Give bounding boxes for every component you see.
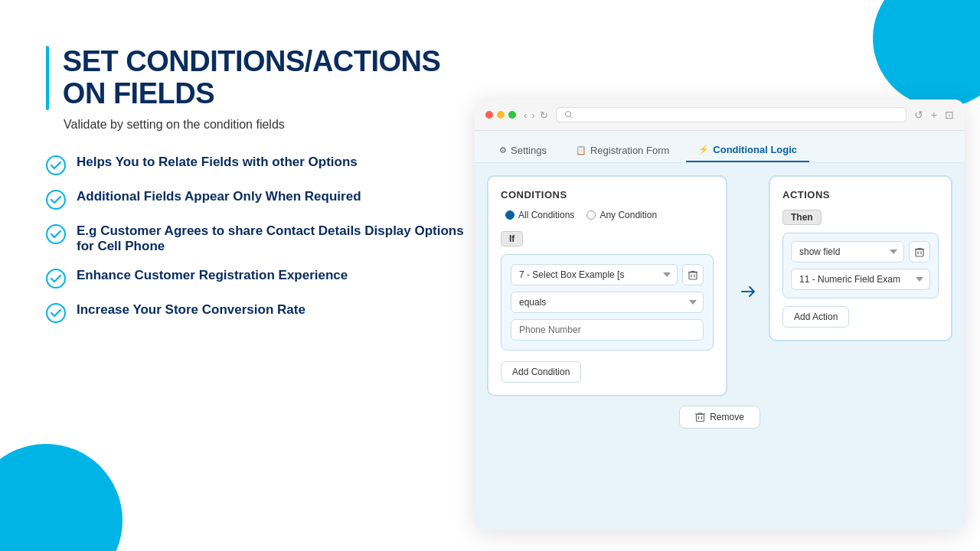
actions-panel: ACTIONS Then show field: [769, 175, 952, 341]
list-item: E.g Customer Agrees to share Contact Det…: [46, 223, 475, 254]
form-icon: 📋: [576, 145, 586, 155]
radio-all-circle: [505, 210, 514, 220]
list-item: Helps You to Relate Fields with other Op…: [46, 155, 475, 175]
logic-icon: ⚡: [698, 145, 709, 155]
left-panel: SET CONDITIONS/ACTIONS ON FIELDS Validat…: [46, 46, 475, 337]
radio-all-label: All Conditions: [518, 210, 574, 220]
radio-all-conditions[interactable]: All Conditions: [505, 210, 574, 220]
check-icon-5: [46, 303, 66, 323]
list-item: Additional Fields Appear Only When Requi…: [46, 189, 475, 210]
actions-header: ACTIONS: [782, 189, 939, 201]
search-icon: [564, 110, 573, 119]
remove-row: Remove: [487, 406, 952, 436]
condition-select-1[interactable]: 7 - Select Box Example [s: [511, 264, 678, 285]
dot-maximize[interactable]: [508, 111, 516, 119]
trash-icon: [688, 270, 697, 280]
delete-condition-btn[interactable]: [682, 264, 704, 285]
arrow-connector: [737, 175, 760, 301]
tab-settings[interactable]: ⚙ Settings: [487, 139, 559, 162]
list-item: Enhance Customer Registration Experience: [46, 268, 475, 289]
browser-chrome: ‹ › ↻ ↺ + ⊡: [475, 99, 965, 131]
title-accent: [46, 46, 49, 110]
feature-text-5: Increase Your Store Conversion Rate: [77, 302, 305, 318]
browser-panel: ‹ › ↻ ↺ + ⊡ ⚙ Settings 📋 Registration Fo…: [475, 99, 965, 530]
new-tab-icon[interactable]: +: [931, 109, 937, 121]
remove-trash-icon: [695, 412, 705, 422]
tab-conditional-logic[interactable]: ⚡ Conditional Logic: [686, 139, 809, 162]
svg-point-0: [47, 156, 65, 174]
tab-settings-label: Settings: [511, 145, 547, 156]
check-icon-1: [46, 155, 66, 175]
nav-refresh[interactable]: ↻: [540, 109, 548, 121]
svg-line-6: [570, 116, 572, 119]
action-select-2[interactable]: 11 - Numeric Field Exam: [791, 269, 930, 290]
check-icon-4: [46, 269, 66, 289]
feature-text-2: Additional Fields Appear Only When Requi…: [77, 189, 361, 204]
page-title: SET CONDITIONS/ACTIONS ON FIELDS: [63, 46, 475, 110]
action-inner: show field: [782, 233, 939, 298]
phone-number-input[interactable]: [511, 319, 704, 341]
feature-text-4: Enhance Customer Registration Experience: [77, 268, 348, 283]
svg-point-4: [47, 304, 65, 322]
radio-row: All Conditions Any Condition: [501, 210, 714, 220]
if-badge: If: [501, 231, 523, 246]
list-item: Increase Your Store Conversion Rate: [46, 302, 475, 323]
conditions-header: CONDITIONS: [501, 189, 714, 201]
dot-minimize[interactable]: [497, 111, 505, 119]
then-badge: Then: [782, 210, 822, 225]
remove-button[interactable]: Remove: [679, 406, 760, 429]
add-action-button[interactable]: Add Action: [782, 306, 849, 328]
feature-text-3: E.g Customer Agrees to share Contact Det…: [77, 223, 475, 254]
condition-inner: 7 - Select Box Example [s: [501, 254, 714, 350]
remove-label: Remove: [710, 412, 744, 422]
svg-rect-7: [689, 272, 697, 279]
rule-row: CONDITIONS All Conditions Any Condition …: [487, 175, 952, 396]
deco-bottom-left: [0, 444, 122, 551]
svg-point-3: [47, 269, 65, 288]
action-select-row-1: show field: [791, 241, 930, 262]
conditions-panel: CONDITIONS All Conditions Any Condition …: [487, 175, 727, 396]
radio-any-condition[interactable]: Any Condition: [586, 210, 657, 220]
reload-icon[interactable]: ↺: [914, 109, 923, 121]
window-icon[interactable]: ⊡: [945, 109, 954, 121]
nav-forward[interactable]: ›: [531, 109, 534, 121]
action-select-1[interactable]: show field: [791, 241, 904, 262]
add-condition-button[interactable]: Add Condition: [501, 361, 581, 383]
browser-nav: ‹ › ↻: [524, 109, 548, 121]
dot-close[interactable]: [485, 111, 493, 119]
nav-back[interactable]: ‹: [524, 109, 527, 121]
browser-content: CONDITIONS All Conditions Any Condition …: [475, 163, 965, 530]
svg-rect-11: [916, 249, 923, 256]
svg-point-5: [565, 112, 570, 117]
tab-registration-label: Registration Form: [590, 145, 669, 156]
svg-rect-15: [697, 415, 704, 422]
check-icon-3: [46, 224, 66, 244]
svg-point-2: [47, 225, 65, 243]
page-subtitle: Validate by setting on the condition fie…: [64, 118, 475, 132]
delete-action-btn[interactable]: [909, 241, 930, 262]
tab-registration-form[interactable]: 📋 Registration Form: [564, 139, 681, 162]
feature-list: Helps You to Relate Fields with other Op…: [46, 155, 475, 323]
title-bar: SET CONDITIONS/ACTIONS ON FIELDS: [46, 46, 475, 110]
browser-tabs: ⚙ Settings 📋 Registration Form ⚡ Conditi…: [475, 131, 965, 163]
check-icon-2: [46, 190, 66, 210]
browser-dots: [485, 111, 516, 119]
browser-url[interactable]: [556, 107, 906, 122]
radio-any-circle: [586, 210, 596, 220]
arrow-right-icon: [739, 282, 757, 301]
select-row-1: 7 - Select Box Example [s: [511, 264, 704, 285]
feature-text-1: Helps You to Relate Fields with other Op…: [77, 155, 358, 170]
radio-any-label: Any Condition: [599, 210, 657, 220]
trash-icon-action: [915, 247, 924, 257]
svg-point-1: [47, 191, 65, 209]
deco-top-right: [873, 0, 980, 107]
settings-icon: ⚙: [499, 145, 507, 155]
tab-logic-label: Conditional Logic: [713, 144, 797, 155]
condition-select-2[interactable]: equals: [511, 292, 704, 313]
